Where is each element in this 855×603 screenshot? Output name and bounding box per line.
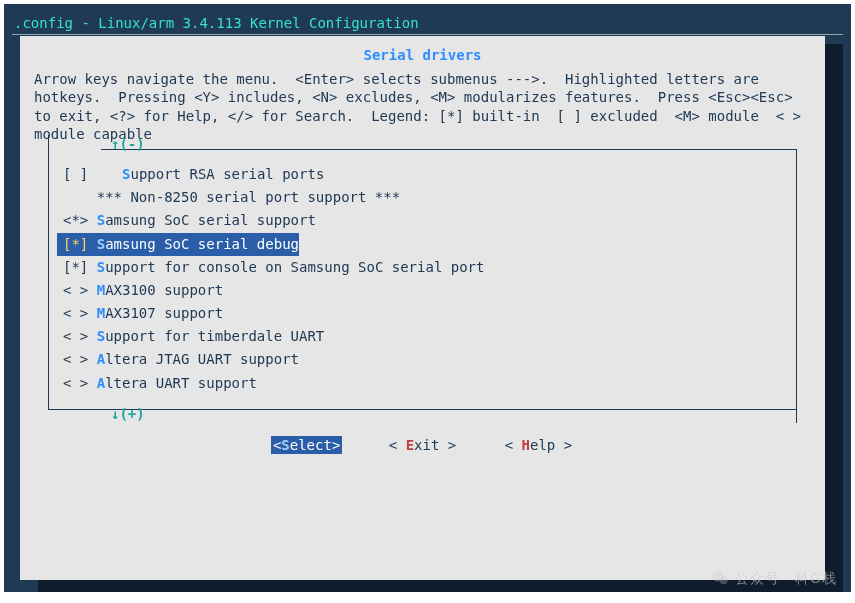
terminal-screen: .config - Linux/arm 3.4.113 Kernel Confi…	[4, 4, 851, 592]
item-hotkey: M	[97, 282, 105, 298]
list-item[interactable]: [*] Support for console on Samsung SoC s…	[57, 256, 788, 279]
item-state: < >	[63, 328, 97, 344]
list-item[interactable]: [ ] Support RSA serial ports	[57, 163, 788, 186]
item-state: <*>	[63, 212, 97, 228]
item-label: ltera JTAG UART support	[105, 351, 299, 367]
list-item[interactable]: *** Non-8250 serial port support ***	[57, 186, 788, 209]
item-label: AX3100 support	[105, 282, 223, 298]
item-label: amsung SoC serial debug	[105, 236, 299, 252]
box-corner	[48, 135, 61, 149]
button-bar: <Select> < Exit > < Help >	[28, 416, 817, 458]
select-button[interactable]: <Select>	[271, 436, 342, 454]
kconfig-dialog: Serial drivers Arrow keys navigate the m…	[20, 36, 825, 580]
list-item[interactable]: < > Altera UART support	[57, 372, 788, 395]
item-label: *** Non-8250 serial port support ***	[97, 189, 400, 205]
item-hotkey: A	[97, 351, 105, 367]
list-item[interactable]: < > Support for timberdale UART	[57, 325, 788, 348]
item-state: < >	[63, 375, 97, 391]
list-item[interactable]: < > MAX3100 support	[57, 279, 788, 302]
item-label: upport for timberdale UART	[105, 328, 324, 344]
item-state	[63, 189, 97, 205]
scroll-down-indicator: ↓(+)	[111, 405, 145, 423]
list-item[interactable]: < > MAX3107 support	[57, 302, 788, 325]
item-state: < >	[63, 282, 97, 298]
item-label: AX3107 support	[105, 305, 223, 321]
scroll-up-indicator: ↑(-)	[111, 135, 145, 153]
list-item[interactable]: <*> Samsung SoC serial support	[57, 209, 788, 232]
item-label: upport for console on Samsung SoC serial…	[105, 259, 484, 275]
exit-button[interactable]: < Exit >	[387, 436, 458, 454]
item-hotkey: M	[97, 305, 105, 321]
help-text: Arrow keys navigate the menu. <Enter> se…	[28, 70, 817, 145]
help-button[interactable]: < Help >	[503, 436, 574, 454]
item-state: [*]	[63, 236, 97, 252]
option-list[interactable]: ↑(-) [ ] Support RSA serial ports *** No…	[48, 149, 797, 410]
item-hotkey: A	[97, 375, 105, 391]
item-label: ltera UART support	[105, 375, 257, 391]
item-hotkey: S	[97, 259, 105, 275]
list-item[interactable]: < > Altera JTAG UART support	[57, 348, 788, 371]
item-state: [*]	[63, 259, 97, 275]
item-hotkey: S	[97, 236, 105, 252]
item-label: upport RSA serial ports	[130, 166, 324, 182]
item-label: amsung SoC serial support	[105, 212, 316, 228]
box-top-rule	[101, 149, 797, 150]
item-state: [ ]	[63, 166, 97, 182]
item-hotkey: S	[97, 212, 105, 228]
item-state: < >	[63, 351, 97, 367]
list-item[interactable]: [*] Samsung SoC serial debug	[57, 233, 299, 256]
menu-title: Serial drivers	[28, 42, 817, 70]
item-state: < >	[63, 305, 97, 321]
box-corner	[785, 409, 797, 423]
item-hotkey: S	[97, 328, 105, 344]
